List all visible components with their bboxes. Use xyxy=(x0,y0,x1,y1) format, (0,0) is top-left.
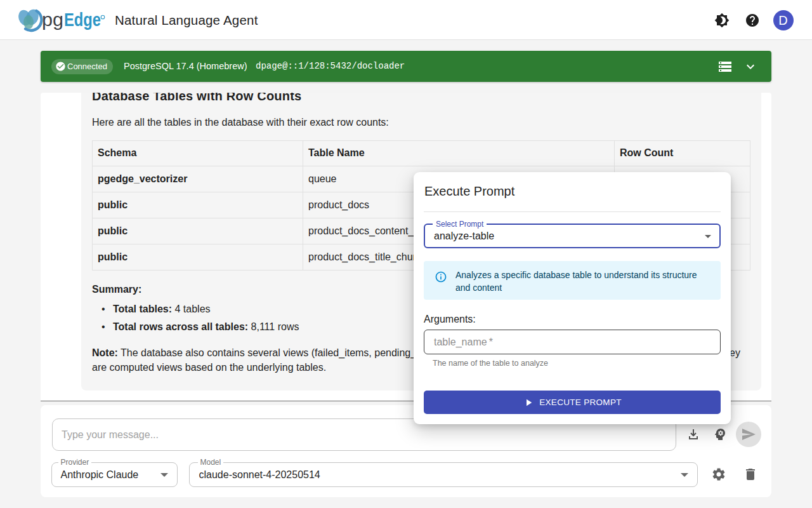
svg-text:pg: pg xyxy=(42,9,63,30)
svg-text:Edge: Edge xyxy=(64,9,101,30)
